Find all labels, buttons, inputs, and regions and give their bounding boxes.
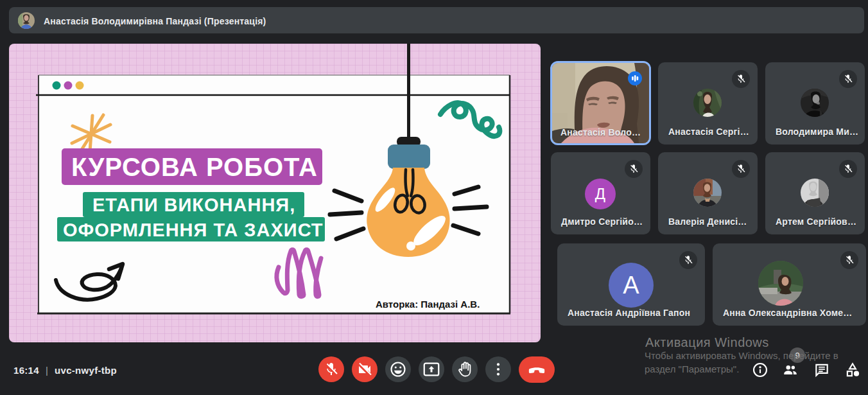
svg-text:Авторка: Пандазі А.В.: Авторка: Пандазі А.В.	[376, 299, 480, 310]
svg-text:ЕТАПИ ВИКОНАННЯ,: ЕТАПИ ВИКОНАННЯ,	[92, 195, 295, 215]
svg-text:КУРСОВА РОБОТА: КУРСОВА РОБОТА	[71, 153, 318, 181]
svg-text:ОФОРМЛЕННЯ ТА ЗАХИСТ: ОФОРМЛЕННЯ ТА ЗАХИСТ	[63, 220, 324, 240]
